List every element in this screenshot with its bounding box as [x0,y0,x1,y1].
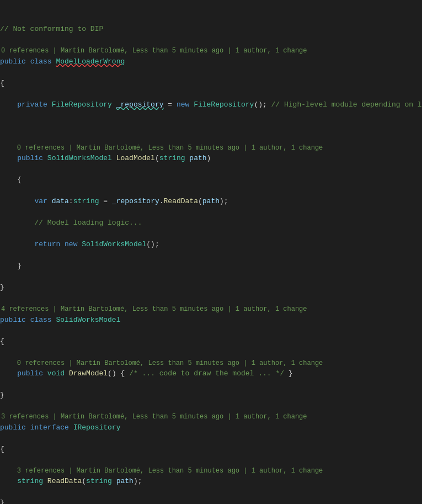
meta-line: 0 references | Martin Bartolomé, Less th… [0,144,323,152]
code-line: var data:string = _repository.ReadData(p… [0,196,422,207]
code-line: string ReadData(string path); [0,476,422,487]
code-line: { [0,444,422,455]
code-line: public void DrawModel() { /* ... code to… [0,368,422,379]
code-line: public class SolidWorksModel [0,315,422,326]
code-line: { [0,174,422,185]
code-line: { [0,336,422,347]
code-line: } [0,497,422,504]
meta-line: 0 references | Martin Bartolomé, Less th… [0,359,323,367]
code-line: // Not conforming to DIP [0,24,422,35]
code-line: return new SolidWorksModel(); [0,239,422,250]
meta-line: 3 references | Martin Bartolomé, Less th… [0,467,323,475]
meta-line: 0 references | Martin Bartolomé, Less th… [0,47,307,55]
meta-line: 4 references | Martin Bartolomé, Less th… [0,305,307,313]
code-line: } [0,282,422,293]
code-editor: // Not conforming to DIP 0 references | … [0,0,422,504]
meta-line: 3 references | Martin Bartolomé, Less th… [0,413,307,421]
code-line: public interface IRepository [0,422,422,433]
code-line: private FileRepository _repository = new… [0,99,422,110]
code-line: public SolidWorksModel LoadModel(string … [0,153,422,164]
code-line: public class ModelLoaderWrong [0,56,422,67]
code-line: { [0,78,422,89]
code-line: } [0,261,422,272]
code-line: } [0,390,422,401]
code-line: // Model loading logic... [0,217,422,229]
